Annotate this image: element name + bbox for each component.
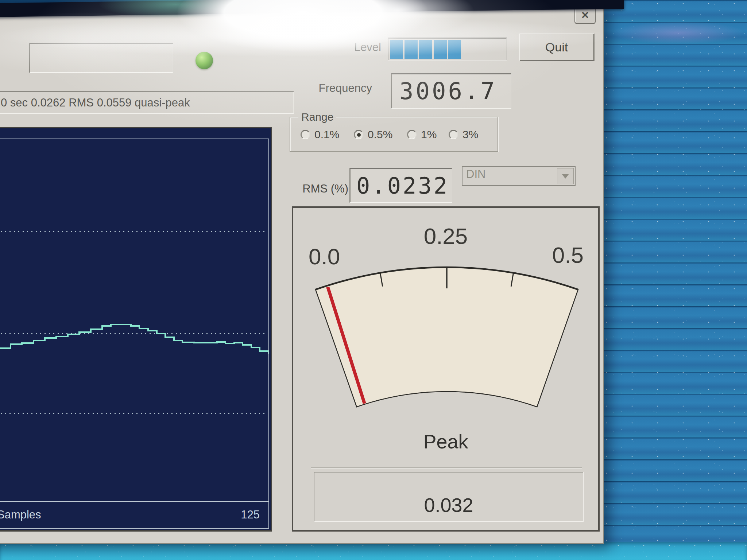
radio-icon	[407, 130, 417, 139]
level-label: Level	[348, 41, 381, 54]
rms-value: 0.0232	[356, 172, 449, 199]
samples-axis-label: Samples	[0, 508, 41, 521]
chart-trace-line	[0, 324, 268, 354]
water-sparkle-texture	[601, 0, 747, 560]
level-meter	[388, 38, 507, 61]
range-radio-0.1pct[interactable]: 0.1%	[301, 128, 339, 141]
samples-count: 125	[241, 508, 260, 521]
radio-icon	[354, 130, 363, 139]
radio-label: 0.5%	[368, 128, 392, 141]
rms-display[interactable]: 0.0232	[349, 168, 452, 203]
range-radio-3pct[interactable]: 3%	[449, 128, 478, 141]
desktop-wallpaper-right	[601, 0, 747, 560]
radio-label: 0.1%	[314, 128, 339, 141]
frequency-display[interactable]: 3006.7	[391, 73, 511, 109]
peak-readout-box: 0.032	[314, 472, 584, 522]
chevron-down-icon	[562, 174, 569, 179]
close-button[interactable]: ✕	[574, 7, 596, 24]
range-groupbox: Range 0.1% 0.5% 1% 3%	[290, 117, 498, 152]
water-sparkle-texture	[0, 542, 747, 560]
radio-label: 1%	[421, 128, 437, 141]
distortion-trace-chart	[0, 139, 268, 501]
level-segment	[462, 40, 476, 59]
chart-inner-frame: Samples 125	[0, 139, 269, 529]
message-input-box[interactable]	[29, 43, 173, 73]
dropdown-arrow-button[interactable]	[557, 168, 574, 184]
level-segment	[492, 40, 505, 59]
rms-label: RMS (%)	[298, 182, 348, 195]
close-icon: ✕	[581, 9, 589, 21]
chart-footer: Samples 125	[0, 502, 268, 528]
level-segment	[448, 40, 461, 59]
level-segment	[434, 40, 447, 59]
quit-button-label: Quit	[545, 40, 568, 54]
chart-plot-area	[0, 139, 268, 502]
range-legend: Range	[298, 111, 336, 123]
radio-icon	[301, 130, 310, 139]
status-led	[196, 52, 213, 69]
level-segment	[405, 40, 418, 59]
radio-icon	[449, 130, 458, 139]
level-segment	[477, 40, 490, 59]
analog-meter-panel: 0.0 0.25 0.5 Peak 0.032	[292, 206, 600, 532]
frequency-value: 3006.7	[399, 78, 497, 105]
level-segment	[390, 40, 403, 59]
quit-button[interactable]: Quit	[519, 34, 595, 61]
status-readout-box: 0 sec 0.0262 RMS 0.0559 quasi-peak	[0, 91, 294, 114]
peak-divider	[311, 467, 582, 468]
range-radio-1pct[interactable]: 1%	[407, 128, 437, 141]
peak-label: Peak	[293, 430, 598, 453]
peak-value: 0.032	[424, 494, 473, 516]
samples-chart-panel: Samples 125	[0, 127, 272, 532]
frequency-label: Frequency	[314, 82, 372, 95]
weighting-value: DIN	[466, 168, 485, 181]
distortion-meter-window: ✕ Level Quit Frequency 3006.7 0 sec 0.02…	[0, 3, 604, 544]
desktop-wallpaper-bottom	[0, 542, 747, 560]
radio-label: 3%	[462, 128, 478, 141]
level-segment	[419, 40, 432, 59]
range-radio-0.5pct[interactable]: 0.5%	[354, 128, 392, 141]
weighting-dropdown[interactable]: DIN	[462, 166, 576, 186]
status-text: 0 sec 0.0262 RMS 0.0559 quasi-peak	[1, 96, 190, 109]
